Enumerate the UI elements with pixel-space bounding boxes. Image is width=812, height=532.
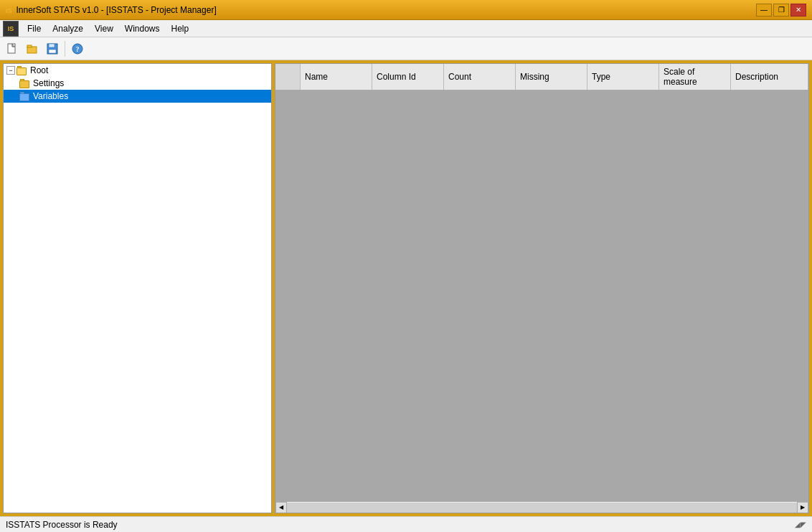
status-bar: ISSTATS Processor is Ready ◢◤	[0, 516, 812, 532]
title-bar: IS InnerSoft STATS v1.0 - [ISSTATS - Pro…	[0, 0, 812, 20]
scroll-right-button[interactable]: ▶	[797, 502, 808, 513]
menu-windows[interactable]: Windows	[119, 20, 166, 37]
app-icon-title: IS	[6, 5, 12, 15]
menu-file[interactable]: File	[22, 20, 47, 37]
title-bar-controls: — ❐ ✕	[756, 4, 806, 17]
scroll-track[interactable]	[287, 503, 797, 513]
svg-rect-7	[49, 44, 55, 47]
tree-label-variables: Variables	[33, 91, 68, 101]
save-button[interactable]	[43, 39, 62, 58]
col-header-type: Type	[587, 64, 659, 90]
svg-rect-8	[49, 50, 56, 53]
menu-bar: IS File Analyze View Windows Help	[0, 20, 812, 37]
toolbar: ?	[0, 37, 812, 60]
open-button[interactable]	[23, 39, 42, 58]
status-icon: ◢◤	[795, 521, 806, 528]
variables-folder-icon	[19, 92, 31, 101]
root-folder-icon	[16, 66, 28, 75]
col-header-count: Count	[444, 64, 516, 90]
col-header-scale-of-measure: Scale of measure	[659, 64, 731, 90]
close-button[interactable]: ✕	[790, 4, 806, 17]
tree-panel: − Root Settings Variables	[3, 63, 272, 513]
settings-folder-icon	[19, 79, 31, 88]
new-button[interactable]	[3, 39, 22, 58]
tree-node-variables[interactable]: Variables	[4, 90, 271, 103]
open-folder-icon	[27, 43, 38, 55]
col-header-name: Name	[301, 64, 372, 90]
table-header: Name Column Id Count Missing Type Scale …	[275, 64, 808, 90]
svg-text:?: ?	[76, 45, 80, 53]
new-file-icon	[6, 43, 18, 55]
menu-help[interactable]: Help	[166, 20, 195, 37]
col-header-row-num	[275, 64, 301, 90]
tree-label-settings: Settings	[33, 78, 64, 88]
window-title: InnerSoft STATS v1.0 - [ISSTATS - Projec…	[16, 5, 217, 15]
minimize-button[interactable]: —	[756, 4, 772, 17]
table-body	[275, 90, 808, 501]
tree-node-settings[interactable]: Settings	[4, 77, 271, 90]
tree-label-root: Root	[30, 65, 48, 75]
status-text: ISSTATS Processor is Ready	[6, 520, 118, 530]
col-header-missing: Missing	[516, 64, 587, 90]
horizontal-scrollbar[interactable]: ◀ ▶	[275, 501, 808, 513]
svg-rect-0	[8, 44, 15, 53]
restore-button[interactable]: ❐	[773, 4, 789, 17]
title-bar-left: IS InnerSoft STATS v1.0 - [ISSTATS - Pro…	[6, 5, 217, 15]
tree-toggle-root[interactable]: −	[6, 66, 15, 75]
right-panel: Name Column Id Count Missing Type Scale …	[275, 63, 809, 513]
menu-logo: IS	[3, 21, 19, 37]
toolbar-separator	[65, 41, 65, 57]
main-area: − Root Settings Variables	[0, 60, 812, 516]
help-icon: ?	[72, 43, 83, 55]
tree-node-root[interactable]: − Root	[4, 64, 271, 77]
menu-analyze[interactable]: Analyze	[47, 20, 89, 37]
col-header-column-id: Column Id	[372, 64, 444, 90]
svg-rect-5	[27, 45, 32, 47]
scroll-left-button[interactable]: ◀	[275, 502, 287, 513]
col-header-description: Description	[731, 64, 808, 90]
menu-view[interactable]: View	[89, 20, 119, 37]
save-icon	[47, 43, 58, 55]
help-button[interactable]: ?	[68, 39, 87, 58]
